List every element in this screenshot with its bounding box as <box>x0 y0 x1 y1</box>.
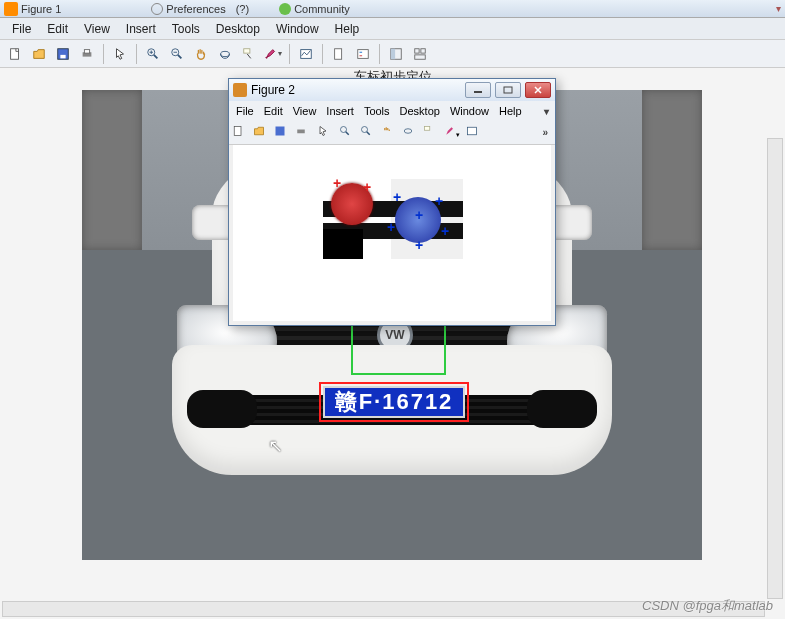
figure-2-titlebar[interactable]: Figure 2 <box>229 79 555 101</box>
maximize-button[interactable] <box>495 82 521 98</box>
window-title: Figure 1 <box>21 3 61 15</box>
sub-menu-view[interactable]: View <box>288 104 322 118</box>
figure-2-menubar: File Edit View Insert Tools Desktop Wind… <box>229 101 555 121</box>
svg-rect-29 <box>276 126 285 135</box>
new-file-icon[interactable] <box>232 123 252 143</box>
menu-window[interactable]: Window <box>268 20 327 38</box>
window-control-hint: ▾ <box>776 3 781 14</box>
sub-menu-file[interactable]: File <box>231 104 259 118</box>
svg-line-10 <box>178 54 182 58</box>
svg-rect-24 <box>421 48 425 52</box>
svg-line-14 <box>247 54 251 58</box>
matlab-icon <box>233 83 247 97</box>
rotate-3d-icon[interactable] <box>214 43 236 65</box>
sub-menu-insert[interactable]: Insert <box>321 104 359 118</box>
new-file-icon[interactable] <box>4 43 26 65</box>
figure-2-window[interactable]: Figure 2 File Edit View Insert Tools Des… <box>228 78 556 326</box>
dock-icon[interactable] <box>385 43 407 65</box>
brush-icon[interactable]: ▾ <box>444 123 464 143</box>
pan-hand-icon[interactable] <box>190 43 212 65</box>
fog-lamp-left <box>187 390 257 428</box>
community-icon <box>279 3 291 15</box>
menu-tools[interactable]: Tools <box>164 20 208 38</box>
toolbar-separator <box>289 44 290 64</box>
toolbar-separator <box>322 44 323 64</box>
svg-rect-36 <box>425 126 430 130</box>
colorbar-icon[interactable] <box>328 43 350 65</box>
sub-menu-window[interactable]: Window <box>445 104 494 118</box>
svg-rect-22 <box>391 48 395 59</box>
link-plot-icon[interactable] <box>466 123 486 143</box>
data-cursor-icon[interactable] <box>423 123 443 143</box>
figure-2-axes[interactable]: + + + + + + + + <box>233 145 551 321</box>
save-icon[interactable] <box>52 43 74 65</box>
zoom-in-icon[interactable] <box>142 43 164 65</box>
print-icon[interactable] <box>76 43 98 65</box>
logo-crop-image: + + + + + + + + <box>323 179 463 259</box>
menu-bar: File Edit View Insert Tools Desktop Wind… <box>0 18 785 40</box>
sub-menu-desktop[interactable]: Desktop <box>395 104 445 118</box>
fog-lamp-right <box>527 390 597 428</box>
pan-hand-icon[interactable] <box>381 123 401 143</box>
toolbar-separator <box>379 44 380 64</box>
vertical-scrollbar[interactable] <box>767 138 783 599</box>
svg-rect-13 <box>244 48 250 52</box>
svg-line-34 <box>367 131 370 134</box>
svg-point-12 <box>221 51 230 56</box>
legend-icon[interactable] <box>352 43 374 65</box>
figure-2-toolbar: ▾ » <box>229 121 555 145</box>
pointer-icon[interactable] <box>317 123 337 143</box>
preferences-link[interactable]: Preferences <box>166 3 225 15</box>
svg-rect-28 <box>234 126 241 135</box>
zoom-in-icon[interactable] <box>339 123 359 143</box>
menu-overflow-icon[interactable]: ▾ <box>540 106 553 117</box>
svg-rect-2 <box>60 54 65 58</box>
link-plot-icon[interactable] <box>295 43 317 65</box>
svg-point-31 <box>341 126 347 132</box>
svg-rect-30 <box>297 129 305 133</box>
sub-menu-edit[interactable]: Edit <box>259 104 288 118</box>
figure-toolbar: ▾ <box>0 40 785 68</box>
menu-help[interactable]: Help <box>327 20 368 38</box>
close-button[interactable] <box>525 82 551 98</box>
svg-point-35 <box>404 128 412 133</box>
menu-edit[interactable]: Edit <box>39 20 76 38</box>
help-mark-icon: (?) <box>236 3 249 15</box>
svg-rect-0 <box>11 48 19 59</box>
community-link[interactable]: Community <box>294 3 350 15</box>
sub-menu-tools[interactable]: Tools <box>359 104 395 118</box>
plate-detection-box: 赣F·16712 <box>319 382 469 422</box>
svg-rect-16 <box>335 48 342 59</box>
license-plate: 赣F·16712 <box>323 386 465 418</box>
svg-rect-37 <box>468 127 477 135</box>
layout-icon[interactable] <box>409 43 431 65</box>
toolbar-separator <box>103 44 104 64</box>
open-folder-icon[interactable] <box>253 123 273 143</box>
toolbar-separator <box>136 44 137 64</box>
save-icon[interactable] <box>274 123 294 143</box>
minimize-button[interactable] <box>465 82 491 98</box>
menu-desktop[interactable]: Desktop <box>208 20 268 38</box>
zoom-out-icon[interactable] <box>166 43 188 65</box>
brush-icon[interactable]: ▾ <box>262 43 284 65</box>
data-cursor-icon[interactable] <box>238 43 260 65</box>
menu-view[interactable]: View <box>76 20 118 38</box>
menu-file[interactable]: File <box>4 20 39 38</box>
svg-point-33 <box>362 126 368 132</box>
toolbar-overflow-icon[interactable]: » <box>538 127 552 138</box>
svg-rect-23 <box>415 48 419 52</box>
figure-2-title: Figure 2 <box>251 83 295 97</box>
svg-rect-18 <box>358 49 369 58</box>
gear-icon <box>151 3 163 15</box>
menu-insert[interactable]: Insert <box>118 20 164 38</box>
watermark-text: CSDN @fpga和matlab <box>642 597 773 615</box>
rotate-3d-icon[interactable] <box>402 123 422 143</box>
svg-line-32 <box>346 131 349 134</box>
svg-rect-27 <box>504 87 512 93</box>
sub-menu-help[interactable]: Help <box>494 104 527 118</box>
pointer-icon[interactable] <box>109 43 131 65</box>
matlab-icon <box>4 2 18 16</box>
zoom-out-icon[interactable] <box>360 123 380 143</box>
open-folder-icon[interactable] <box>28 43 50 65</box>
print-icon[interactable] <box>295 123 315 143</box>
